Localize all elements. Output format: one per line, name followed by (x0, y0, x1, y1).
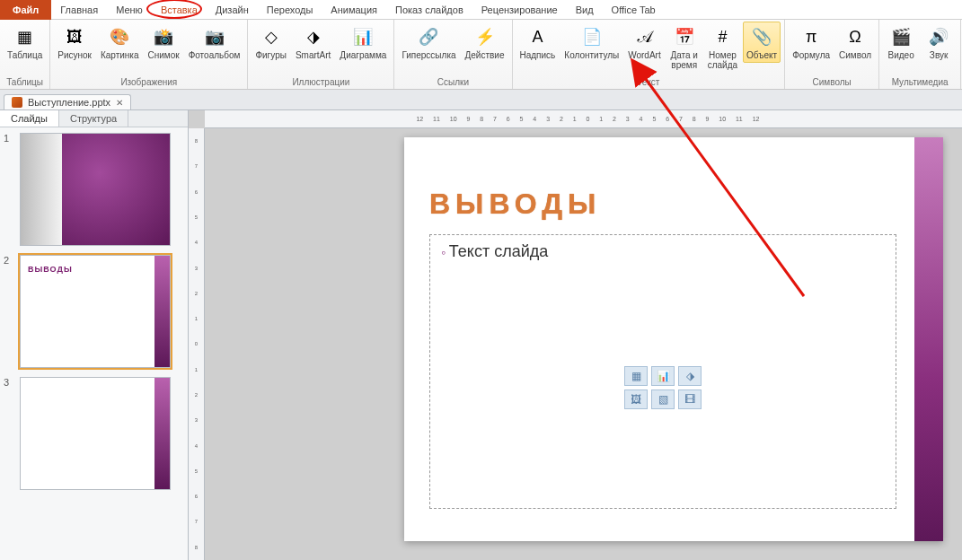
panel-tab-outline[interactable]: Структура (59, 110, 128, 127)
clipart-button[interactable]: 🎨Картинка (97, 22, 143, 63)
equation-icon: π (799, 24, 824, 49)
slide-theme-stripe (914, 137, 943, 541)
vertical-ruler: 87654321012345678 (189, 128, 205, 560)
document-tab[interactable]: Выступление.pptx ✕ (4, 94, 131, 109)
slidenum-button[interactable]: #Номер слайда (704, 22, 741, 73)
ribbon-group-Таблицы: ▦ТаблицаТаблицы (0, 20, 50, 89)
ribbon-group-Иллюстрации: ◇Фигуры⬗SmartArt📊ДиаграммаИллюстрации (248, 20, 394, 89)
tab-home[interactable]: Главная (51, 2, 107, 18)
object-icon: 📎 (749, 24, 774, 49)
video-button[interactable]: 🎬Видео (883, 22, 919, 63)
wordart-label: WordArt (628, 50, 661, 60)
photoalbum-button[interactable]: 📷Фотоальбом (185, 22, 244, 63)
clipart-label: Картинка (101, 50, 139, 60)
placeholder-smartart-icon[interactable]: ⬗ (678, 366, 702, 386)
ribbon-group-Символы: πФормулаΩСимволСимволы (785, 20, 879, 89)
horizontal-ruler: 1211109876543210123456789101112 (205, 110, 962, 128)
object-label: Объект (746, 50, 777, 60)
tab-insert[interactable]: Вставка (152, 2, 207, 18)
slide-body-text: Текст слайда (441, 242, 885, 261)
smartart-button[interactable]: ⬗SmartArt (292, 22, 334, 63)
hyperlink-icon: 🔗 (416, 24, 441, 49)
close-icon[interactable]: ✕ (116, 98, 123, 108)
screenshot-button[interactable]: 📸Снимок (145, 22, 183, 63)
chart-button[interactable]: 📊Диаграмма (336, 22, 390, 63)
textbox-button[interactable]: AНадпись (516, 22, 560, 63)
tab-animation[interactable]: Анимация (322, 2, 386, 18)
headerfooter-icon: 📄 (579, 24, 605, 49)
smartart-label: SmartArt (296, 50, 331, 60)
hyperlink-label: Гиперссылка (402, 50, 455, 60)
placeholder-picture-icon[interactable]: 🖼 (624, 389, 648, 409)
table-label: Таблица (7, 50, 42, 60)
ribbon: ▦ТаблицаТаблицы🖼Рисунок🎨Картинка📸Снимок📷… (0, 20, 962, 90)
thumbnail-slide-3[interactable] (20, 377, 171, 490)
placeholder-chart-icon[interactable]: 📊 (651, 366, 675, 386)
file-tab[interactable]: Файл (0, 0, 51, 20)
group-label: Таблицы (4, 76, 46, 89)
tab-review[interactable]: Рецензирование (472, 2, 567, 18)
thumb-decor (62, 134, 170, 245)
placeholder-media-icon[interactable]: 🎞 (678, 389, 702, 409)
document-tabs: Выступление.pptx ✕ (0, 90, 962, 110)
action-button[interactable]: ⚡Действие (462, 22, 508, 63)
audio-button[interactable]: 🔊Звук (921, 22, 957, 63)
tab-transitions[interactable]: Переходы (258, 2, 322, 18)
chart-icon: 📊 (350, 24, 375, 49)
placeholder-clipart-icon[interactable]: ▧ (651, 389, 675, 409)
textbox-icon: A (525, 24, 550, 49)
thumb-decor (154, 378, 170, 489)
object-button[interactable]: 📎Объект (743, 22, 781, 63)
shapes-icon: ◇ (259, 24, 284, 49)
tab-menu[interactable]: Меню (107, 2, 152, 18)
audio-label: Звук (930, 50, 949, 60)
table-icon: ▦ (13, 24, 38, 49)
document-name: Выступление.pptx (28, 97, 110, 108)
slide-canvas[interactable]: ВЫВОДЫ Текст слайда ▦ 📊 ⬗ 🖼 ▧ 🎞 (404, 137, 943, 541)
datetime-button[interactable]: 📅Дата и время (666, 22, 702, 73)
photoalbum-icon: 📷 (202, 24, 227, 49)
video-icon: 🎬 (888, 24, 913, 49)
slide-title[interactable]: ВЫВОДЫ (429, 188, 601, 221)
thumbnail-slide-1[interactable] (20, 133, 171, 246)
clipart-icon: 🎨 (107, 24, 132, 49)
workspace: Слайды Структура 1 2 ВЫВОДЫ 3 (0, 110, 962, 560)
table-button[interactable]: ▦Таблица (4, 22, 46, 63)
thumbnail-row: 3 (4, 377, 184, 490)
symbol-button[interactable]: ΩСимвол (835, 22, 875, 63)
screenshot-label: Снимок (148, 50, 180, 60)
action-icon: ⚡ (472, 24, 498, 49)
tab-officetab[interactable]: Office Tab (603, 2, 665, 18)
tab-view[interactable]: Вид (567, 2, 603, 18)
shapes-button[interactable]: ◇Фигуры (252, 22, 289, 63)
group-label: Изображения (54, 76, 243, 89)
datetime-icon: 📅 (672, 24, 697, 49)
audio-icon: 🔊 (926, 24, 951, 49)
tab-insert-label: Вставка (161, 4, 198, 15)
slide-body-placeholder[interactable]: Текст слайда ▦ 📊 ⬗ 🖼 ▧ 🎞 (429, 234, 896, 509)
wordart-icon: 𝒜 (631, 24, 657, 49)
equation-button[interactable]: πФормула (789, 22, 834, 63)
group-label: Иллюстрации (252, 76, 390, 89)
thumbnail-row: 1 (4, 133, 184, 246)
datetime-label: Дата и время (670, 50, 698, 70)
ribbon-group-Текст: AНадпись📄Колонтитулы𝒜WordArt📅Дата и врем… (513, 20, 786, 89)
content-placeholder-icons: ▦ 📊 ⬗ 🖼 ▧ 🎞 (624, 366, 702, 409)
thumbnail-slide-2[interactable]: ВЫВОДЫ (20, 255, 171, 368)
wordart-button[interactable]: 𝒜WordArt (624, 22, 665, 63)
picture-button[interactable]: 🖼Рисунок (54, 22, 95, 63)
tab-slideshow[interactable]: Показ слайдов (386, 2, 472, 18)
hyperlink-button[interactable]: 🔗Гиперссылка (398, 22, 459, 63)
tab-design[interactable]: Дизайн (207, 2, 258, 18)
placeholder-table-icon[interactable]: ▦ (624, 366, 648, 386)
slide-number: 3 (4, 377, 14, 490)
thumbnails: 1 2 ВЫВОДЫ 3 (0, 127, 188, 560)
slidenum-label: Номер слайда (708, 50, 737, 70)
headerfooter-button[interactable]: 📄Колонтитулы (560, 22, 622, 63)
photoalbum-label: Фотоальбом (189, 50, 241, 60)
panel-tab-slides[interactable]: Слайды (0, 110, 59, 127)
powerpoint-icon (12, 97, 22, 108)
thumb-title: ВЫВОДЫ (28, 265, 73, 274)
thumbnail-row: 2 ВЫВОДЫ (4, 255, 184, 368)
menu-tabs: Файл Главная Меню Вставка Дизайн Переход… (0, 0, 962, 20)
